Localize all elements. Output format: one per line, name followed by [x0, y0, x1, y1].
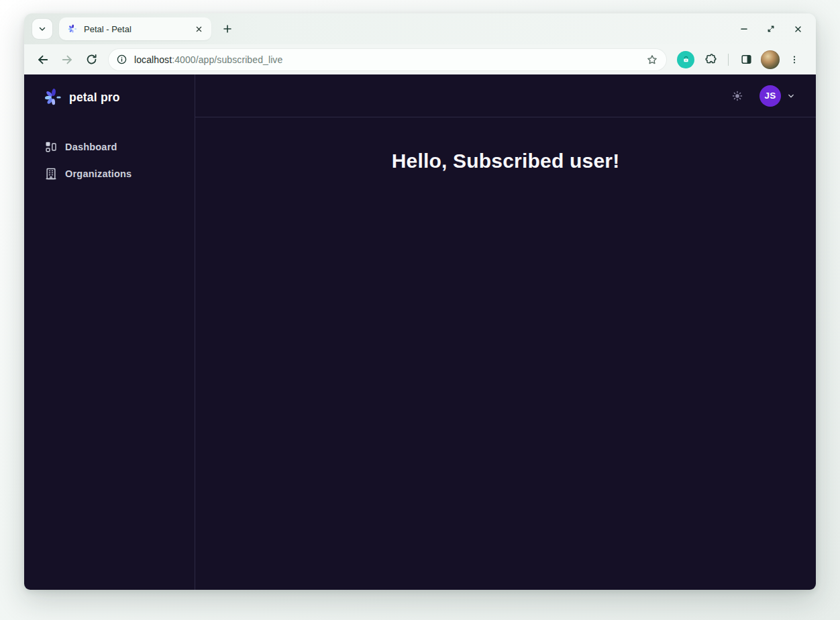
petal-flower-icon: [43, 87, 63, 107]
close-icon: [794, 25, 802, 34]
theme-toggle-button[interactable]: [727, 85, 748, 107]
sidebar-item-dashboard[interactable]: Dashboard: [24, 134, 195, 160]
browser-menu-button[interactable]: [784, 50, 804, 70]
petal-favicon-icon: [67, 23, 78, 34]
sidebar-nav: Dashboard Organizations: [24, 134, 195, 187]
close-window-button[interactable]: [789, 20, 806, 38]
site-info-icon[interactable]: [113, 51, 130, 68]
greeting-heading: Hello, Subscribed user!: [195, 150, 816, 172]
url-path: :4000/app/subscribed_live: [172, 54, 282, 65]
url-text[interactable]: localhost:4000/app/subscribed_live: [134, 54, 643, 65]
minimize-button[interactable]: [735, 20, 753, 38]
new-tab-plus-icon: [222, 23, 233, 34]
user-menu-button[interactable]: [786, 91, 796, 101]
browser-toolbar: localhost:4000/app/subscribed_live: [24, 44, 816, 74]
browser-profile-avatar[interactable]: [761, 50, 780, 69]
sun-icon: [731, 89, 744, 103]
lock-extension-button[interactable]: [677, 51, 694, 68]
forward-button[interactable]: [56, 49, 78, 70]
sidebar-item-organizations[interactable]: Organizations: [24, 160, 195, 187]
app-sidebar: petal pro Dashboard: [24, 74, 195, 590]
tab-search-chevron-icon: [38, 24, 47, 34]
minimize-icon: [739, 24, 749, 34]
building-icon: [44, 167, 58, 180]
reload-button[interactable]: [81, 49, 102, 70]
side-panel-icon: [740, 53, 753, 66]
back-button[interactable]: [32, 49, 54, 70]
kebab-menu-icon: [789, 54, 800, 65]
url-bar[interactable]: localhost:4000/app/subscribed_live: [109, 49, 666, 70]
app-logo[interactable]: petal pro: [24, 74, 195, 120]
sidebar-item-label: Dashboard: [65, 142, 117, 152]
toolbar-divider: [728, 54, 729, 66]
window-controls: [735, 13, 806, 44]
tab-close-icon[interactable]: [193, 23, 205, 35]
reload-icon: [85, 53, 98, 66]
browser-window: Petal - Petal: [24, 13, 816, 590]
forward-arrow-icon: [60, 53, 74, 66]
back-arrow-icon: [36, 53, 50, 66]
browser-tab[interactable]: Petal - Petal: [59, 17, 211, 40]
page-content: petal pro Dashboard: [24, 74, 816, 590]
side-panel-button[interactable]: [736, 50, 756, 70]
url-host: localhost: [134, 54, 172, 65]
avatar-initials: JS: [764, 91, 776, 101]
new-tab-button[interactable]: [218, 19, 237, 38]
bookmark-star-icon[interactable]: [643, 51, 661, 68]
extensions-button[interactable]: [700, 50, 721, 70]
maximize-icon: [766, 24, 776, 34]
app-topbar: JS: [195, 74, 816, 117]
maximize-button[interactable]: [762, 20, 780, 38]
tab-strip: Petal - Petal: [24, 13, 816, 44]
logo-text: petal pro: [69, 91, 120, 105]
lock-icon: [682, 55, 690, 64]
user-avatar[interactable]: JS: [759, 85, 781, 107]
main-content: Hello, Subscribed user!: [195, 117, 816, 590]
sidebar-item-label: Organizations: [65, 168, 132, 179]
extensions-puzzle-icon: [704, 53, 717, 66]
chevron-down-icon: [786, 91, 796, 101]
app-main: JS Hello, Subscribed user!: [195, 74, 816, 590]
tab-search-button[interactable]: [32, 19, 52, 39]
tab-title: Petal - Petal: [84, 24, 193, 34]
dashboard-icon: [44, 140, 58, 154]
